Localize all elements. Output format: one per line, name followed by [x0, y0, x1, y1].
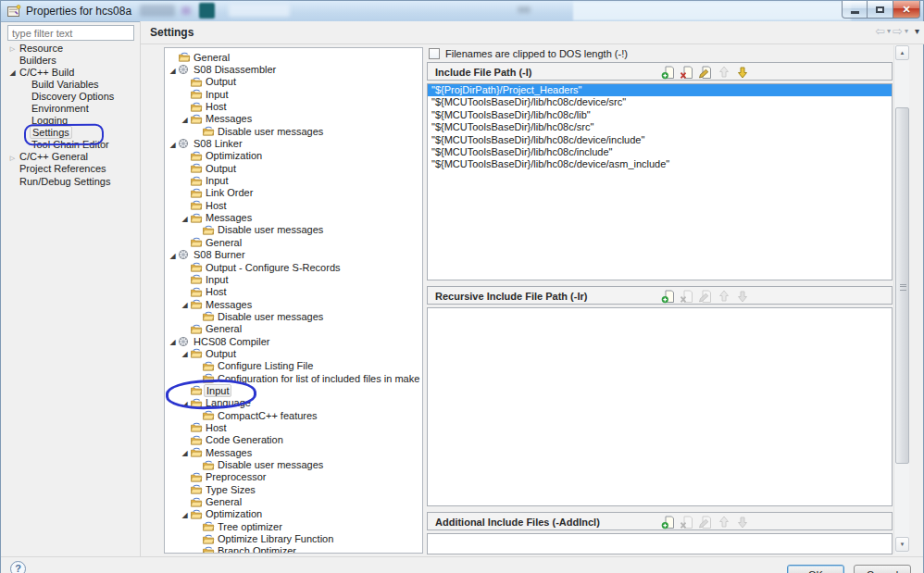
cancel-button[interactable]: Cancel — [854, 565, 911, 573]
dos-length-checkbox[interactable] — [429, 48, 440, 59]
add-icon[interactable] — [661, 515, 676, 529]
twisty-icon[interactable] — [180, 398, 190, 408]
include-path-item[interactable]: "${MCUToolsBaseDir}/lib/hc08c/src" — [428, 121, 892, 133]
twisty-icon[interactable] — [7, 43, 18, 53]
tree-row[interactable]: Language — [165, 397, 422, 409]
view-menu-icon[interactable]: ▾ — [915, 27, 919, 36]
titlebar[interactable]: Properties for hcs08a ✕ — [1, 1, 923, 22]
tree-row[interactable]: Host — [165, 421, 422, 433]
twisty-icon[interactable] — [168, 139, 178, 149]
twisty-icon[interactable] — [7, 67, 18, 77]
tree-row[interactable]: S08 Burner — [165, 249, 422, 261]
twisty-icon[interactable] — [180, 509, 190, 519]
tree-row[interactable]: Disable user messages — [165, 458, 422, 470]
tree-row[interactable]: C/C++ General — [2, 151, 140, 163]
tree-row[interactable]: Disable user messages — [165, 224, 422, 236]
help-button[interactable]: ? — [10, 561, 26, 573]
maximize-button[interactable] — [867, 1, 893, 19]
twisty-icon[interactable] — [180, 447, 190, 457]
tree-row[interactable]: Configure Listing File — [165, 360, 422, 372]
tree-row[interactable]: General — [165, 236, 422, 248]
include-path-item[interactable]: "${MCUToolsBaseDir}/lib/hc08c/device/src… — [428, 96, 892, 108]
tree-row[interactable]: Input — [165, 384, 422, 396]
tree-row[interactable]: Messages — [165, 298, 422, 310]
twisty-icon[interactable] — [168, 250, 178, 260]
tree-row[interactable]: Optimization — [165, 150, 422, 162]
tree-row[interactable]: General — [165, 323, 422, 335]
tree-row[interactable]: Output — [165, 162, 422, 174]
back-icon[interactable]: ⇦ — [875, 25, 885, 37]
twisty-icon[interactable] — [180, 348, 190, 358]
tree-row[interactable]: Link Order — [165, 187, 422, 199]
tree-row[interactable]: Host — [165, 100, 422, 112]
tree-row[interactable]: Type Sizes — [165, 483, 422, 495]
tree-row[interactable]: Input — [165, 273, 422, 285]
filter-input[interactable] — [7, 25, 134, 41]
tree-row[interactable]: Environment — [2, 102, 140, 114]
tree-row[interactable]: Logging — [2, 115, 140, 127]
tree-row[interactable]: Tree optimizer — [165, 520, 422, 532]
tree-row[interactable]: Optimization — [165, 508, 422, 520]
tree-row[interactable]: General — [165, 51, 422, 63]
tree-row[interactable]: Messages — [165, 446, 422, 458]
back-menu-caret-icon[interactable]: ▾ — [887, 28, 891, 35]
tree-row[interactable]: Builders — [2, 54, 140, 66]
tree-row[interactable]: Disable user messages — [165, 125, 422, 137]
tree-row[interactable]: Host — [165, 286, 422, 298]
forward-icon[interactable]: ⇨ — [893, 25, 903, 37]
tree-row[interactable]: Settings — [2, 127, 140, 139]
tree-row[interactable]: Output — [165, 347, 422, 359]
recursive-include-path-list[interactable] — [427, 307, 893, 506]
tree-row[interactable]: Run/Debug Settings — [2, 175, 140, 187]
tree-row[interactable]: Optimize Library Function — [165, 532, 422, 544]
include-path-item[interactable]: "${ProjDirPath}/Project_Headers" — [428, 84, 892, 96]
tree-row[interactable]: Tool Chain Editor — [2, 139, 140, 151]
twisty-icon[interactable] — [168, 336, 178, 346]
tree-row[interactable]: S08 Disassembler — [165, 63, 422, 75]
forward-menu-caret-icon[interactable]: ▾ — [905, 28, 908, 35]
tree-row[interactable]: Project References — [2, 163, 140, 175]
edit-icon[interactable] — [698, 65, 713, 80]
tree-row[interactable]: Input — [165, 174, 422, 186]
scroll-up-icon[interactable]: ▲ — [895, 45, 909, 60]
twisty-icon[interactable] — [168, 65, 178, 75]
scrollbar-thumb[interactable] — [895, 107, 909, 464]
twisty-icon[interactable] — [180, 114, 190, 124]
tree-row[interactable]: Messages — [165, 211, 422, 223]
tree-row[interactable]: Build Variables — [2, 78, 140, 90]
include-path-item[interactable]: "${MCUToolsBaseDir}/lib/hc08c/device/inc… — [428, 134, 892, 146]
twisty-icon[interactable] — [180, 213, 190, 223]
additional-include-files-list[interactable] — [427, 533, 893, 554]
close-button[interactable]: ✕ — [893, 1, 920, 19]
tree-row[interactable]: Configuration for list of included files… — [165, 372, 422, 384]
tree-row[interactable]: Resource — [2, 42, 140, 54]
twisty-icon[interactable] — [180, 299, 190, 309]
tree-row[interactable]: Output - Configure S-Records — [165, 261, 422, 273]
scroll-down-icon[interactable]: ▼ — [895, 537, 909, 552]
include-path-item[interactable]: "${MCUToolsBaseDir}/lib/hc08c/device/asm… — [428, 158, 892, 170]
tree-row[interactable]: CompactC++ features — [165, 409, 422, 421]
tree-row[interactable]: Branch Optimizer — [165, 545, 422, 554]
tree-row[interactable]: Preprocessor — [165, 471, 422, 483]
tree-row[interactable]: Input — [165, 88, 422, 100]
tree-row[interactable]: Discovery Options — [2, 90, 140, 102]
move-down-icon[interactable] — [735, 65, 750, 80]
tree-row[interactable]: C/C++ Build — [2, 66, 140, 78]
include-path-item[interactable]: "${MCUToolsBaseDir}/lib/hc08c/lib" — [428, 109, 892, 121]
vertical-scrollbar[interactable]: ▲ ▼ — [893, 45, 909, 554]
tree-row[interactable]: Disable user messages — [165, 310, 422, 322]
tree-row[interactable]: Messages — [165, 113, 422, 125]
add-icon[interactable] — [661, 289, 676, 304]
delete-icon[interactable] — [680, 65, 694, 80]
twisty-icon[interactable] — [7, 152, 18, 162]
ok-button[interactable]: OK — [787, 565, 844, 573]
include-file-path-list[interactable]: "${ProjDirPath}/Project_Headers""${MCUTo… — [427, 83, 893, 280]
tree-row[interactable]: Output — [165, 76, 422, 88]
tree-row[interactable]: HCS08 Compiler — [165, 335, 422, 347]
tree-row[interactable]: Code Generation — [165, 434, 422, 446]
minimize-button[interactable] — [842, 1, 868, 19]
include-path-item[interactable]: "${MCUToolsBaseDir}/lib/hc08c/include" — [428, 146, 892, 158]
tree-row[interactable]: S08 Linker — [165, 137, 422, 149]
add-icon[interactable] — [661, 65, 676, 80]
tree-row[interactable]: Host — [165, 199, 422, 211]
